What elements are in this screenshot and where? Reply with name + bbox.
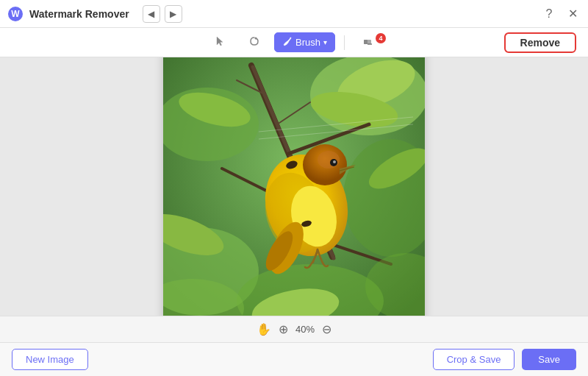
image-canvas[interactable] [163,57,425,316]
nav-buttons: ◀ ▶ [143,5,182,23]
help-button[interactable]: ? [541,6,557,22]
footer-left: New Image [12,349,88,370]
title-left: W Watermark Remover ◀ ▶ [7,5,182,23]
eraser-icon [362,35,373,49]
svg-rect-4 [364,40,368,44]
zoom-bar: ✋ ⊕ 40% ⊖ [0,316,588,342]
footer-right: Crop & Save Save [433,349,576,370]
app-title: Watermark Remover [29,8,129,20]
crop-save-button[interactable]: Crop & Save [433,349,515,370]
toolbar: Brush ▾ 4 Remove [0,28,588,57]
brush-icon [282,36,293,49]
new-image-button[interactable]: New Image [12,349,88,370]
svg-point-2 [255,38,257,40]
brush-dropdown-icon: ▾ [323,38,327,46]
svg-point-29 [318,151,340,169]
zoom-out-icon[interactable]: ⊖ [322,322,331,336]
lasso-tool-button[interactable] [240,32,268,53]
main-canvas-area [0,57,588,316]
footer: New Image Crop & Save Save [0,342,588,376]
bird-image [163,57,425,316]
selection-tool-button[interactable] [207,32,234,53]
window-controls: ? ✕ [541,6,581,22]
image-container [163,57,425,316]
zoom-percent: 40% [295,324,315,335]
toolbar-center: Brush ▾ 4 [207,32,381,53]
zoom-in-icon[interactable]: ⊕ [279,322,288,336]
save-button[interactable]: Save [522,349,576,370]
svg-text:W: W [11,9,20,19]
brush-tool-button[interactable]: Brush ▾ [274,32,335,52]
toolbar-divider [344,35,345,50]
hand-tool-icon[interactable]: ✋ [257,322,271,336]
forward-button[interactable]: ▶ [165,5,182,23]
close-button[interactable]: ✕ [564,6,581,22]
lasso-icon [248,35,260,49]
selection-icon [215,35,226,49]
back-button[interactable]: ◀ [143,5,160,23]
app-icon: W [7,6,24,22]
svg-point-32 [333,160,336,163]
notification-badge: 4 [376,33,386,43]
eraser-wrapper: 4 [354,32,381,53]
remove-button[interactable]: Remove [504,32,576,53]
title-bar: W Watermark Remover ◀ ▶ ? ✕ [0,0,588,28]
brush-label: Brush [295,37,320,48]
